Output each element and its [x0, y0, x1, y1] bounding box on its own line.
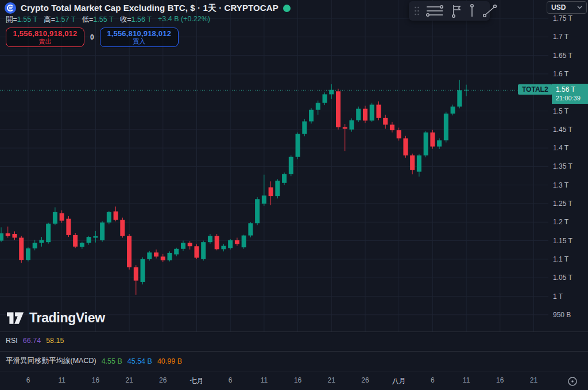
- time-axis-label: 七月: [190, 376, 204, 386]
- candle-body: [194, 246, 199, 258]
- candle-body: [282, 174, 287, 183]
- candle-body: [201, 242, 206, 259]
- vertical-line-tool-icon[interactable]: [466, 2, 478, 20]
- candle-body: [127, 236, 131, 267]
- candle-body: [39, 240, 44, 243]
- price-axis-label: 1.45 T: [553, 126, 572, 134]
- candle-body: [107, 212, 111, 223]
- candle-body: [417, 155, 421, 171]
- candle-body: [6, 233, 10, 236]
- candle-body: [336, 91, 341, 127]
- target-icon[interactable]: [566, 375, 579, 388]
- candle-body: [208, 236, 212, 242]
- candle-body: [19, 237, 24, 260]
- candle-body: [53, 212, 57, 224]
- price-axis-label: 1.75 T: [553, 14, 572, 22]
- macd-legend: 平滑異同移動平均線(MACD) 4.55 B 45.54 B 40.99 B: [6, 356, 182, 366]
- candle-body: [437, 141, 442, 147]
- spread-value: 0: [90, 33, 94, 41]
- candle-body: [26, 248, 30, 260]
- price-axis-label: 1.05 T: [553, 274, 572, 282]
- candle-body: [289, 157, 293, 174]
- candle-body: [376, 105, 381, 118]
- candle-body: [33, 243, 37, 248]
- price-axis-label: 1.35 T: [553, 162, 572, 170]
- candle-body: [221, 246, 226, 249]
- candle-body: [444, 114, 448, 141]
- buy-price: 1,556,810,918,012: [107, 29, 171, 38]
- price-axis-label: 1.65 T: [553, 52, 572, 60]
- price-axis-label: 1.7 T: [553, 33, 568, 41]
- price-axis[interactable]: 1.75 T1.7 T1.65 T1.6 T1.5 T1.45 T1.4 T1.…: [548, 0, 588, 372]
- last-price-badge: 1.56 T 21:00:39: [552, 84, 588, 104]
- tradingview-chart-app: { "header": { "title": "Crypto Total Mar…: [0, 0, 588, 390]
- candle-body: [329, 90, 334, 95]
- time-axis-label: 21: [328, 376, 335, 384]
- open-value: 1.55 T: [17, 15, 37, 24]
- market-status-dot: [283, 5, 291, 12]
- buy-button[interactable]: 1,556,810,918,012 買入: [100, 28, 179, 47]
- candle-body: [262, 196, 266, 204]
- pane-separator[interactable]: [0, 332, 588, 332]
- flag-tool-icon[interactable]: [447, 2, 466, 20]
- high-value: 1.57 T: [55, 15, 75, 24]
- candle-body: [255, 199, 260, 223]
- candle-body: [235, 240, 239, 244]
- candle-body: [390, 124, 394, 130]
- tradingview-watermark: TradingView: [7, 310, 105, 326]
- currency-dropdown[interactable]: USD: [547, 1, 587, 14]
- candle-body: [302, 122, 307, 134]
- sell-button[interactable]: 1,556,810,918,012 賣出: [6, 28, 84, 47]
- symbol-price-tag: TOTAL2: [518, 84, 552, 95]
- drawing-toolbar: [409, 1, 490, 21]
- price-axis-label: 1.1 T: [553, 255, 568, 263]
- symbol-title[interactable]: Crypto Total Market Cap Excluding BTC, $…: [21, 3, 278, 14]
- time-axis-label: 16: [294, 376, 301, 384]
- candle-body: [12, 234, 17, 237]
- price-axis-label: 1.6 T: [553, 70, 568, 78]
- tradingview-logo-icon: [7, 311, 24, 325]
- price-axis-label: 950 B: [553, 311, 571, 319]
- drag-handle-icon[interactable]: [412, 2, 422, 20]
- time-axis-label: 16: [92, 376, 99, 384]
- candle-body: [141, 259, 145, 282]
- cryptocap-logo-icon: [5, 2, 16, 14]
- candle-body: [370, 105, 374, 121]
- candle-body: [296, 134, 300, 157]
- time-axis-label: 6: [26, 376, 30, 384]
- price-axis-label: 1.2 T: [553, 218, 568, 226]
- candle-body: [80, 243, 84, 247]
- rsi-label[interactable]: RSI: [6, 337, 18, 345]
- candle-body: [147, 252, 152, 259]
- candle-body: [87, 237, 91, 243]
- macd-value-2: 45.54 B: [127, 357, 152, 365]
- macd-label[interactable]: 平滑異同移動平均線(MACD): [6, 356, 96, 366]
- candle-body: [275, 181, 280, 196]
- candle-body: [430, 132, 435, 147]
- time-axis-label: 21: [530, 376, 537, 384]
- candle-body: [114, 212, 118, 220]
- candle-body: [349, 120, 354, 130]
- pane-separator[interactable]: [0, 351, 588, 352]
- candle-body: [174, 249, 179, 255]
- candle-body: [343, 127, 347, 129]
- candle-body: [363, 109, 368, 121]
- horizontal-lines-tool-icon[interactable]: [422, 2, 447, 20]
- last-price: 1.56 T: [556, 85, 588, 94]
- macd-value-1: 4.55 B: [102, 357, 122, 365]
- candle-body: [451, 107, 455, 114]
- candle-body: [0, 233, 3, 241]
- time-axis[interactable]: 611162126七月611162126八月6111621: [0, 372, 588, 390]
- price-axis-label: 1.5 T: [553, 107, 568, 115]
- candle-body: [215, 236, 219, 249]
- price-axis-label: 1.4 T: [553, 144, 568, 152]
- candle-body: [309, 110, 314, 122]
- candle-body: [188, 243, 192, 246]
- candle-body: [424, 132, 428, 155]
- price-axis-label: 1.15 T: [553, 237, 572, 245]
- ohlc-values-row: 開=1.55 T 高=1.57 T 低=1.55 T 收=1.56 T +3.4…: [6, 15, 210, 25]
- candle-body: [397, 130, 401, 138]
- trend-line-tool-icon[interactable]: [478, 2, 501, 20]
- candle-body: [242, 236, 246, 248]
- candle-body: [403, 138, 408, 155]
